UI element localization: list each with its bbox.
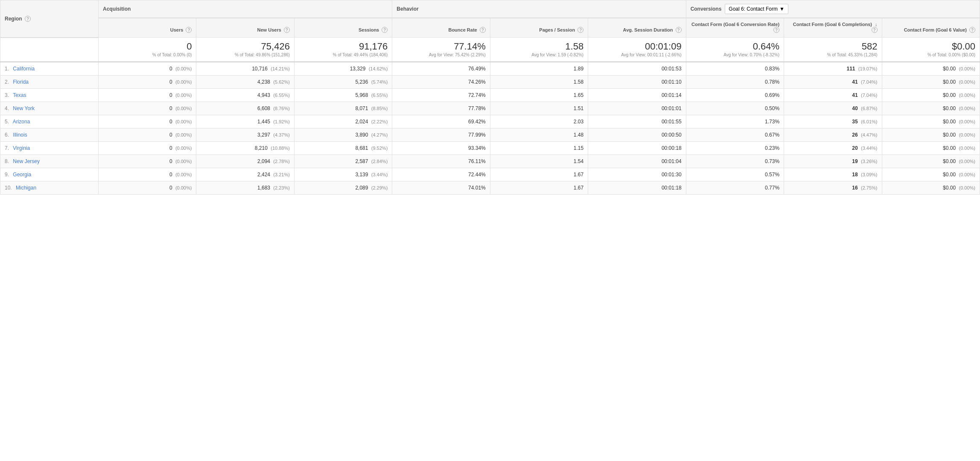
- chevron-down-icon: ▼: [779, 6, 785, 12]
- newusers-col-header[interactable]: New Users ?: [196, 18, 294, 38]
- row-number: 4.: [5, 105, 9, 111]
- cfvalue-cell: $0.00 (0.00%): [882, 102, 980, 115]
- avgsession-cell: 00:01:53: [588, 62, 686, 76]
- newusers-help-icon[interactable]: ?: [284, 27, 290, 33]
- table-row: 6. Illinois 0 (0.00%) 3,297 (4.37%) 3,89…: [0, 128, 980, 142]
- pages-col-header[interactable]: Pages / Session ?: [490, 18, 588, 38]
- region-link[interactable]: Illinois: [13, 132, 27, 138]
- acquisition-label: Acquisition: [103, 6, 131, 12]
- cfrate-cell: 0.83%: [686, 62, 784, 76]
- pages-cell: 1.89: [490, 62, 588, 76]
- cfvalue-pct: (0.00%): [959, 146, 975, 151]
- sessions-pct: (6.55%): [371, 93, 388, 98]
- cfcompletions-pct: (4.47%): [861, 132, 878, 137]
- avgsession-cell: 00:01:04: [588, 155, 686, 168]
- bounce-cell: 77.78%: [392, 102, 490, 115]
- region-link[interactable]: Michigan: [16, 185, 36, 191]
- cfrate-cell: 0.67%: [686, 128, 784, 142]
- cfrate-help-icon[interactable]: ?: [773, 27, 779, 33]
- users-pct: (0.00%): [175, 132, 192, 137]
- cfcompletions-cell: 16 (2.75%): [784, 181, 882, 195]
- row-number: 9.: [5, 172, 9, 178]
- users-pct: (0.00%): [175, 106, 192, 111]
- cfvalue-cell: $0.00 (0.00%): [882, 181, 980, 195]
- users-col-label: Users: [170, 27, 184, 32]
- pages-cell: 1.15: [490, 142, 588, 155]
- newusers-pct: (1.92%): [273, 119, 290, 124]
- users-col-header[interactable]: Users ?: [99, 18, 196, 38]
- users-help-icon[interactable]: ?: [186, 27, 192, 33]
- newusers-cell: 2,424 (3.21%): [196, 168, 294, 181]
- totals-region-cell: [0, 38, 99, 62]
- conversions-dropdown-label: Goal 6: Contact Form: [729, 6, 778, 12]
- bounce-help-icon[interactable]: ?: [480, 27, 486, 33]
- totals-users-cell: 0 % of Total: 0.00% (0): [99, 38, 196, 62]
- conversions-dropdown[interactable]: Goal 6: Contact Form ▼: [725, 4, 788, 14]
- sessions-help-icon[interactable]: ?: [382, 27, 388, 33]
- cfvalue-pct: (0.00%): [959, 132, 975, 137]
- newusers-pct: (3.21%): [273, 172, 290, 177]
- pages-cell: 2.03: [490, 115, 588, 128]
- cfrate-cell: 0.73%: [686, 155, 784, 168]
- users-pct: (0.00%): [175, 172, 192, 177]
- region-cell: 2. Florida: [0, 76, 99, 89]
- avgsession-col-label: Avg. Session Duration: [623, 27, 673, 32]
- cfcompletions-pct: (19.07%): [858, 66, 878, 71]
- sessions-col-header[interactable]: Sessions ?: [294, 18, 392, 38]
- cfvalue-cell: $0.00 (0.00%): [882, 168, 980, 181]
- region-link[interactable]: Georgia: [13, 172, 31, 178]
- row-number: 1.: [5, 66, 9, 72]
- cfvalue-col-header[interactable]: Contact Form (Goal 6 Value) ?: [882, 18, 980, 38]
- table-row: 1. California 0 (0.00%) 10,716 (14.21%) …: [0, 62, 980, 76]
- pages-cell: 1.51: [490, 102, 588, 115]
- region-link[interactable]: Virginia: [13, 145, 30, 151]
- cfcompletions-val: 35: [852, 119, 858, 125]
- avgsession-cell: 00:01:14: [588, 89, 686, 102]
- region-cell: 10. Michigan: [0, 181, 99, 195]
- avgsession-cell: 00:01:55: [588, 115, 686, 128]
- region-link[interactable]: Texas: [13, 92, 26, 98]
- region-link[interactable]: Florida: [13, 79, 29, 85]
- cfvalue-help-icon[interactable]: ?: [969, 27, 975, 33]
- totals-sessions-main: 91,176: [299, 41, 388, 52]
- users-cell: 0 (0.00%): [99, 181, 196, 195]
- region-cell: 5. Arizona: [0, 115, 99, 128]
- table-row: 4. New York 0 (0.00%) 6,608 (8.76%) 8,07…: [0, 102, 980, 115]
- users-pct: (0.00%): [175, 93, 192, 98]
- cfcompletions-help-icon[interactable]: ?: [872, 27, 878, 33]
- avgsession-col-header[interactable]: Avg. Session Duration ?: [588, 18, 686, 38]
- region-link[interactable]: Arizona: [13, 119, 30, 125]
- analytics-table: Region ? Acquisition Behavior Conversion…: [0, 0, 980, 195]
- cfcompletions-cell: 41 (7.04%): [784, 76, 882, 89]
- sort-down-icon: ↓: [875, 22, 878, 27]
- pages-cell: 1.54: [490, 155, 588, 168]
- cfrate-col-header[interactable]: Contact Form (Goal 6 Conversion Rate) ?: [686, 18, 784, 38]
- cfvalue-cell: $0.00 (0.00%): [882, 115, 980, 128]
- sessions-cell: 3,890 (4.27%): [294, 128, 392, 142]
- table-row: 7. Virginia 0 (0.00%) 8,210 (10.88%) 8,6…: [0, 142, 980, 155]
- bounce-col-header[interactable]: Bounce Rate ?: [392, 18, 490, 38]
- conversions-label: Conversions: [691, 6, 722, 12]
- pages-help-icon[interactable]: ?: [578, 27, 583, 33]
- region-header: Region ?: [0, 0, 99, 38]
- users-pct: (0.00%): [175, 119, 192, 124]
- users-cell: 0 (0.00%): [99, 168, 196, 181]
- sessions-pct: (9.52%): [371, 146, 388, 151]
- cfrate-col-label: Contact Form (Goal 6 Conversion Rate): [691, 22, 779, 27]
- region-link[interactable]: New Jersey: [13, 158, 40, 164]
- region-help-icon[interactable]: ?: [25, 16, 31, 22]
- region-link[interactable]: New York: [13, 105, 35, 111]
- bounce-cell: 76.49%: [392, 62, 490, 76]
- region-cell: 8. New Jersey: [0, 155, 99, 168]
- bounce-cell: 77.99%: [392, 128, 490, 142]
- pages-cell: 1.67: [490, 181, 588, 195]
- cfcompletions-col-header[interactable]: Contact Form (Goal 6 Completions) ↓ ?: [784, 18, 882, 38]
- cfrate-cell: 1.73%: [686, 115, 784, 128]
- totals-newusers-sub: % of Total: 49.86% (151,286): [201, 52, 289, 58]
- avgsession-help-icon[interactable]: ?: [676, 27, 682, 33]
- row-number: 2.: [5, 79, 9, 85]
- region-link[interactable]: California: [13, 66, 35, 72]
- cfcompletions-cell: 18 (3.09%): [784, 168, 882, 181]
- bounce-cell: 72.44%: [392, 168, 490, 181]
- sessions-pct: (4.27%): [371, 132, 388, 137]
